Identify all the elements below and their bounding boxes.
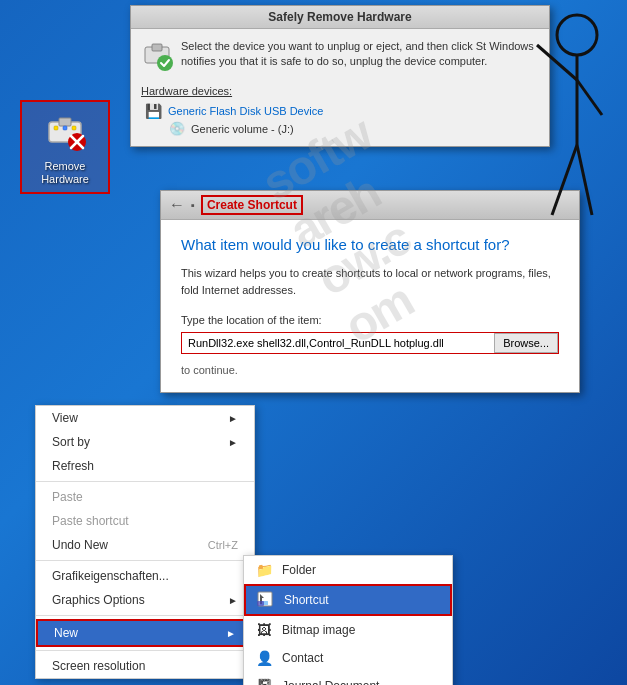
sub-menu-contact-label: Contact [282, 651, 323, 665]
sub-menu-folder[interactable]: 📁 Folder [244, 556, 452, 584]
remove-hardware-label: Remove Hardware [28, 160, 102, 186]
dialog-header-row: Select the device you want to unplug or … [141, 39, 539, 77]
bitmap-icon: 🖼 [254, 620, 274, 640]
context-menu-new[interactable]: New ► [36, 619, 254, 647]
svg-line-17 [577, 80, 602, 115]
safely-remove-titlebar: Safely Remove Hardware [131, 6, 549, 29]
svg-point-14 [557, 15, 597, 55]
separator-2 [36, 560, 254, 561]
hardware-item-usb: 💾 Generic Flash Disk USB Device [141, 101, 539, 121]
folder-icon: 📁 [254, 560, 274, 580]
context-menu-undo-label: Undo New [52, 538, 108, 552]
journal-icon: 📓 [254, 676, 274, 685]
context-menu-sort-label: Sort by [52, 435, 90, 449]
separator-3 [36, 615, 254, 616]
wizard-heading: What item would you like to create a sho… [181, 236, 559, 253]
context-menu-graphics-label: Graphics Options [52, 593, 145, 607]
wizard-title: Create Shortcut [201, 195, 303, 215]
svg-rect-2 [54, 126, 58, 130]
svg-line-19 [577, 145, 592, 215]
dialog-instruction: Select the device you want to unplug or … [181, 39, 539, 70]
safely-remove-title: Safely Remove Hardware [268, 10, 411, 24]
wizard-forward-icon: ▪ [191, 199, 195, 211]
sub-menu-journal-label: Journal Document [282, 679, 379, 685]
context-menu-paste-shortcut-label: Paste shortcut [52, 514, 129, 528]
safely-remove-content: Select the device you want to unplug or … [131, 29, 549, 146]
wizard-browse-button[interactable]: Browse... [494, 333, 558, 353]
shortcut-icon [256, 590, 276, 610]
wizard-field-label: Type the location of the item: [181, 314, 559, 326]
sub-menu-journal[interactable]: 📓 Journal Document [244, 672, 452, 685]
context-menu-view-label: View [52, 411, 78, 425]
context-menu-undo-new[interactable]: Undo New Ctrl+Z [36, 533, 254, 557]
context-menu-screen-label: Screen resolution [52, 659, 145, 673]
volume-icon: 💿 [169, 121, 185, 136]
wizard-input-row: Browse... [181, 332, 559, 354]
context-menu-grafikeigenschaften[interactable]: Grafikeigenschaften... [36, 564, 254, 588]
context-menu-sort-by[interactable]: Sort by ► [36, 430, 254, 454]
separator-1 [36, 481, 254, 482]
svg-rect-1 [59, 118, 71, 126]
wizard-location-input[interactable] [182, 333, 494, 353]
context-menu-new-label: New [54, 626, 78, 640]
undo-shortcut-text: Ctrl+Z [208, 539, 238, 551]
svg-rect-3 [63, 126, 67, 130]
wizard-description: This wizard helps you to create shortcut… [181, 265, 559, 298]
context-menu-graphics-options[interactable]: Graphics Options ► [36, 588, 254, 612]
remove-hardware-icon[interactable]: Remove Hardware [20, 100, 110, 194]
safely-remove-dialog: Safely Remove Hardware Select the device… [130, 5, 550, 147]
separator-4 [36, 650, 254, 651]
device-name: Generic Flash Disk USB Device [168, 105, 323, 117]
svg-rect-4 [72, 126, 76, 130]
wizard-back-button[interactable]: ← [169, 196, 185, 214]
context-menu-refresh[interactable]: Refresh [36, 454, 254, 478]
context-menu-paste-label: Paste [52, 490, 83, 504]
sub-menu-bitmap[interactable]: 🖼 Bitmap image [244, 616, 452, 644]
contact-icon: 👤 [254, 648, 274, 668]
svg-line-16 [537, 45, 577, 80]
context-menu-view[interactable]: View ► [36, 406, 254, 430]
usb-icon [141, 39, 173, 77]
sub-menu-bitmap-label: Bitmap image [282, 623, 355, 637]
desktop: Remove Hardware Safely Remove Hardware S… [0, 0, 627, 685]
svg-line-18 [552, 145, 577, 215]
context-menu-paste-shortcut: Paste shortcut [36, 509, 254, 533]
sub-context-menu: 📁 Folder Shortcut 🖼 Bitmap image 👤 Conta… [243, 555, 453, 685]
hardware-devices-label: Hardware devices: [141, 85, 539, 97]
usb-drive-icon [41, 108, 89, 156]
svg-rect-13 [257, 601, 264, 606]
view-arrow-icon: ► [228, 413, 238, 424]
sub-menu-shortcut[interactable]: Shortcut [244, 584, 452, 616]
context-menu-refresh-label: Refresh [52, 459, 94, 473]
wizard-next-hint: to continue. [181, 364, 559, 376]
context-menu-paste: Paste [36, 485, 254, 509]
stickman-figure [507, 5, 607, 305]
sub-menu-folder-label: Folder [282, 563, 316, 577]
svg-point-10 [157, 55, 173, 71]
usb-device-icon: 💾 [145, 103, 162, 119]
context-menu-screen-resolution[interactable]: Screen resolution [36, 654, 254, 678]
volume-name: Generic volume - (J:) [191, 123, 294, 135]
graphics-arrow-icon: ► [228, 595, 238, 606]
context-menu-grafik-label: Grafikeigenschaften... [52, 569, 169, 583]
new-arrow-icon: ► [226, 628, 236, 639]
sort-arrow-icon: ► [228, 437, 238, 448]
sub-menu-shortcut-label: Shortcut [284, 593, 329, 607]
hardware-item-volume: 💿 Generic volume - (J:) [141, 121, 539, 136]
sub-menu-contact[interactable]: 👤 Contact [244, 644, 452, 672]
svg-rect-9 [152, 44, 162, 51]
context-menu: View ► Sort by ► Refresh Paste Paste sho… [35, 405, 255, 679]
